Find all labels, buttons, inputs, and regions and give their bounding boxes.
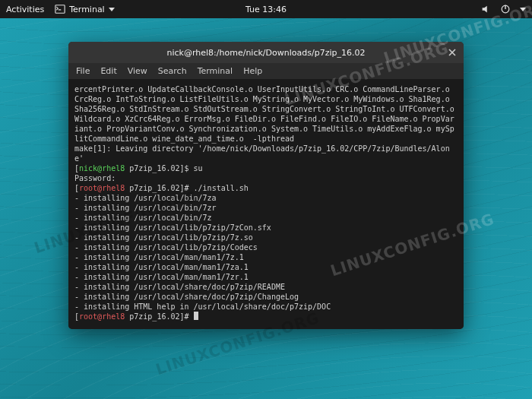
install-line: - installing /usr/local/share/doc/p7zip/… [74, 293, 299, 301]
power-icon[interactable] [500, 4, 511, 14]
prompt-root: root@rhel8 [79, 184, 125, 192]
install-line: - installing /usr/local/man/man1/7z.1 [74, 253, 244, 261]
volume-icon[interactable] [480, 4, 491, 14]
compile-output: ercentPrinter.o UpdateCallbackConsole.o … [74, 85, 459, 143]
window-titlebar[interactable]: nick@rhel8:/home/nick/Downloads/p7zip_16… [68, 42, 464, 63]
svg-rect-0 [55, 5, 65, 14]
prompt-root: root@rhel8 [79, 312, 125, 321]
install-line: - installing /usr/local/man/man1/7za.1 [74, 263, 249, 271]
chevron-down-icon [109, 8, 115, 11]
menu-file[interactable]: File [76, 66, 90, 76]
chevron-down-icon[interactable] [520, 8, 526, 11]
install-line: - installing /usr/local/bin/7z [74, 214, 212, 222]
install-line: - installing /usr/local/lib/p7zip/Codecs [74, 243, 258, 252]
terminal-menubar: File Edit View Search Terminal Help [68, 63, 464, 80]
terminal-window: nick@rhel8:/home/nick/Downloads/p7zip_16… [68, 42, 464, 329]
gnome-topbar: Activities Terminal Tue 13:46 [0, 0, 532, 18]
app-menu[interactable]: Terminal [55, 4, 115, 14]
install-line: - installing /usr/local/man/man1/7zr.1 [74, 273, 249, 281]
terminal-output[interactable]: ercentPrinter.o UpdateCallbackConsole.o … [68, 80, 464, 329]
menu-view[interactable]: View [128, 66, 147, 76]
terminal-icon [55, 4, 65, 14]
install-line: - installing /usr/local/share/doc/p7zip/… [74, 283, 285, 291]
install-line: - installing /usr/local/lib/p7zip/7zCon.… [74, 223, 271, 232]
install-line: - installing /usr/local/lib/p7zip/7z.so [74, 233, 253, 242]
close-button[interactable] [447, 47, 458, 58]
close-icon [448, 49, 456, 56]
menu-help[interactable]: Help [243, 66, 262, 76]
install-line: - installing /usr/local/bin/7za [74, 194, 217, 202]
password-prompt: Password: [74, 174, 116, 182]
clock[interactable]: Tue 13:46 [245, 5, 287, 14]
window-title: nick@rhel8:/home/nick/Downloads/p7zip_16… [167, 48, 366, 58]
menu-terminal[interactable]: Terminal [198, 66, 233, 76]
cmd-su: su [194, 164, 203, 173]
app-menu-label: Terminal [69, 5, 105, 14]
install-line: - installing /usr/local/bin/7zr [74, 204, 217, 212]
menu-search[interactable]: Search [158, 66, 187, 76]
prompt-user: nick@rhel8 [79, 164, 125, 173]
menu-edit[interactable]: Edit [100, 66, 116, 76]
make-leave-line: make[1]: Leaving directory '/home/nick/D… [74, 144, 450, 163]
activities-button[interactable]: Activities [6, 5, 44, 14]
install-line: - installing HTML help in /usr/local/sha… [74, 302, 331, 311]
terminal-cursor [194, 312, 198, 320]
cmd-install: ./install.sh [194, 184, 249, 192]
